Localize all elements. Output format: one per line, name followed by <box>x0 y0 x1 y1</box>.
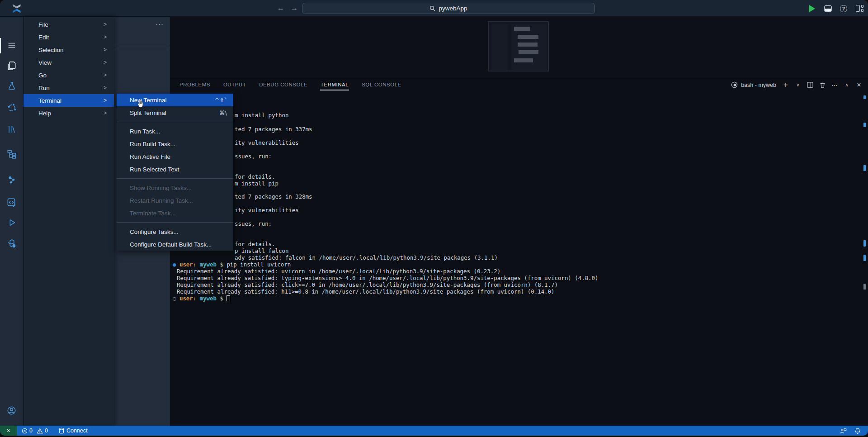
tab-output[interactable]: OUTPUT <box>223 78 246 91</box>
database-icon <box>59 428 64 434</box>
back-icon[interactable]: ← <box>275 2 287 14</box>
deploy-icon[interactable] <box>0 234 23 252</box>
run-icon[interactable] <box>0 214 23 232</box>
menu-item-help[interactable]: Help> <box>24 107 114 119</box>
terminal-output: m install pythonted 7 packages in 337msi… <box>170 91 868 426</box>
command-center-search[interactable]: pywebApp <box>302 3 595 14</box>
terminal-line: Requirement already satisfied: typing-ex… <box>177 275 598 281</box>
more-actions-button[interactable]: ⋯ <box>831 81 838 89</box>
tab-terminal[interactable]: TERMINAL <box>320 78 349 91</box>
graph-icon[interactable] <box>0 171 23 189</box>
menu-item-go[interactable]: Go> <box>24 69 114 81</box>
customize-layout-button[interactable] <box>854 4 864 14</box>
close-panel-button[interactable]: × <box>856 82 862 88</box>
terminal-line: ady satisfied: falcon in /home/user/.loc… <box>235 254 498 261</box>
submenu-item-split-terminal[interactable]: Split Terminal⌘\ <box>117 106 233 119</box>
terminal-picker-chevron[interactable]: ∨ <box>795 82 801 87</box>
editor-area: PROBLEMSOUTPUTDEBUG CONSOLETERMINALSQL C… <box>170 17 868 426</box>
toggle-panel-button[interactable] <box>823 4 833 14</box>
submenu-item-configure-tasks[interactable]: Configure Tasks... <box>117 225 233 238</box>
feedback-icon[interactable] <box>840 428 847 434</box>
menu-item-file[interactable]: File> <box>24 18 114 31</box>
terminal-line: ssues, run: <box>235 220 272 227</box>
overview-ruler-tick <box>863 255 866 261</box>
submenu-item-run-selected-text[interactable]: Run Selected Text <box>117 163 233 176</box>
terminal-line: Requirement already satisfied: h11>=0.8 … <box>177 288 555 295</box>
preview-text-column <box>511 24 547 70</box>
submenu-item-run-build-task[interactable]: Run Build Task... <box>117 138 233 150</box>
chevron-right-icon: > <box>104 34 107 40</box>
submenu-item-configure-default-build-task[interactable]: Configure Default Build Task... <box>117 238 233 251</box>
split-terminal-button[interactable] <box>807 82 813 88</box>
chevron-right-icon: > <box>104 59 107 66</box>
bottom-panel: PROBLEMSOUTPUTDEBUG CONSOLETERMINALSQL C… <box>170 78 868 426</box>
terminal-label: bash - myweb <box>741 82 776 88</box>
tab-sql-console[interactable]: SQL CONSOLE <box>361 78 402 91</box>
maximize-panel-button[interactable]: ∧ <box>844 82 850 87</box>
preview-left-column <box>491 24 508 70</box>
app-window: ← → pywebApp ? ··· <box>0 0 868 436</box>
mouse-cursor-hand <box>136 100 145 109</box>
keyboard-shortcut: ⌘\ <box>219 109 227 116</box>
terminal-line: ssues, run: <box>235 153 272 160</box>
submenu-item-run-task[interactable]: Run Task... <box>117 125 233 138</box>
chevron-right-icon: > <box>104 72 107 78</box>
code-check-icon[interactable] <box>0 193 23 211</box>
menu-item-selection[interactable]: Selection> <box>24 43 114 56</box>
tab-debug-console[interactable]: DEBUG CONSOLE <box>259 78 308 91</box>
menu-item-view[interactable]: View> <box>24 56 114 69</box>
sidebar-divider <box>114 50 170 50</box>
search-value: pywebApp <box>439 5 467 12</box>
new-terminal-button[interactable]: + <box>783 82 789 88</box>
files-icon[interactable] <box>0 57 23 75</box>
title-bar-actions: ? <box>807 0 864 17</box>
menu-item-run[interactable]: Run> <box>24 81 114 94</box>
menu-separator <box>117 122 233 122</box>
activity-bar <box>0 17 23 426</box>
help-button[interactable]: ? <box>839 4 849 14</box>
overview-ruler-tick <box>863 165 866 171</box>
submenu-item-run-active-file[interactable]: Run Active File <box>117 150 233 163</box>
overview-ruler-tick <box>863 95 866 99</box>
forward-icon[interactable]: → <box>288 2 300 14</box>
submenu-item-new-terminal[interactable]: New Terminal^⇧` <box>117 94 233 106</box>
tab-problems[interactable]: PROBLEMS <box>179 78 211 91</box>
more-actions-icon[interactable]: ··· <box>156 20 164 28</box>
menu-item-edit[interactable]: Edit> <box>24 31 114 43</box>
menu-separator <box>117 178 233 179</box>
terminal-line: Requirement already satisfied: click>=7.… <box>177 281 558 288</box>
hierarchy-icon[interactable] <box>0 145 23 163</box>
library-icon[interactable] <box>0 120 23 138</box>
run-app-button[interactable] <box>807 4 817 14</box>
terminal-icon <box>731 81 738 88</box>
terminal-line: ted 7 packages in 328ms <box>235 193 312 200</box>
terminal-line: p install falcon <box>235 247 288 254</box>
problems-status[interactable]: 0 0 <box>22 428 48 434</box>
terminal-line: Requirement already satisfied: uvicorn i… <box>177 268 500 275</box>
kill-terminal-button[interactable] <box>819 82 826 88</box>
panel-icon <box>824 5 832 12</box>
connect-button[interactable]: Connect <box>59 428 88 434</box>
overview-ruler <box>863 0 866 436</box>
main-menu: File>Edit>Selection>View>Go>Run>Terminal… <box>24 17 114 426</box>
error-icon <box>22 428 28 434</box>
keyboard-shortcut: ^⇧` <box>215 97 227 104</box>
layout-icon <box>856 5 863 12</box>
flask-icon[interactable] <box>0 77 23 95</box>
terminal-line: ted 7 packages in 337ms <box>235 126 312 133</box>
bell-icon[interactable] <box>854 428 861 434</box>
screen: ← → pywebApp ? ··· <box>0 0 868 437</box>
menu-item-terminal[interactable]: Terminal> <box>24 94 114 107</box>
account-icon[interactable] <box>0 401 23 419</box>
terminal-line: ity vulnerabilities <box>235 139 299 146</box>
title-bar: ← → pywebApp ? <box>0 0 868 17</box>
status-bar: 0 0 Connect <box>0 426 868 436</box>
document-preview <box>488 21 549 71</box>
terminal-instance[interactable]: bash - myweb <box>731 81 776 88</box>
terminal-line: m install pip <box>235 180 278 187</box>
submenu-item-show-running-tasks: Show Running Tasks... <box>117 181 233 194</box>
share-icon[interactable] <box>0 99 23 117</box>
terminal-viewport[interactable]: m install pythonted 7 packages in 337msi… <box>170 91 868 426</box>
remote-indicator[interactable] <box>0 426 17 436</box>
menu-icon[interactable] <box>0 36 23 54</box>
